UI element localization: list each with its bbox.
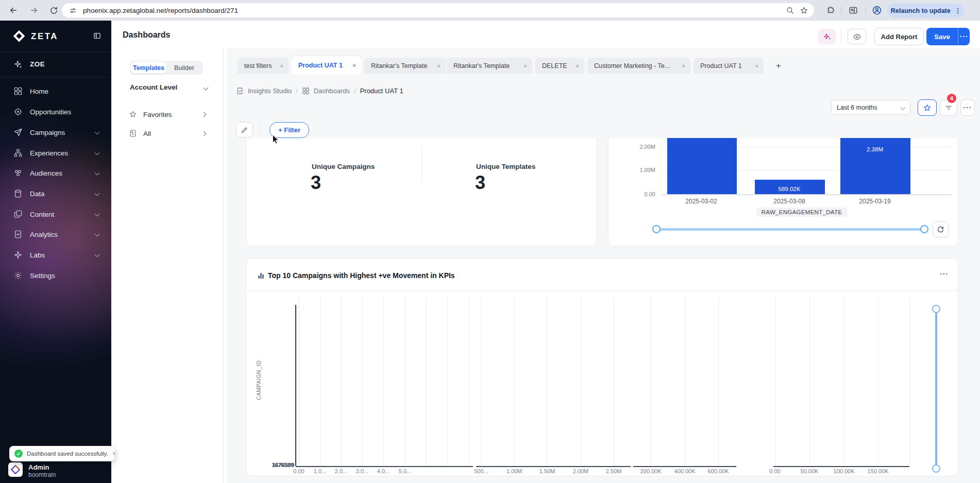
side-panel-icon[interactable] bbox=[847, 4, 859, 16]
bar-2025-03-02[interactable] bbox=[667, 138, 737, 194]
doc-tab-active[interactable]: Product UAT 1 × bbox=[292, 56, 361, 74]
card-divider bbox=[246, 290, 958, 291]
slider-handle-left[interactable] bbox=[652, 225, 661, 233]
save-more-button[interactable]: ··· bbox=[958, 28, 970, 45]
sidebar-item-analytics[interactable]: Analytics bbox=[0, 224, 111, 245]
close-icon[interactable]: × bbox=[433, 63, 441, 69]
bookmark-star-icon[interactable] bbox=[800, 6, 808, 15]
library-item-all[interactable]: All bbox=[129, 129, 151, 137]
avatar[interactable] bbox=[8, 462, 23, 477]
ellipsis-icon: ··· bbox=[960, 32, 969, 41]
chrome-divider bbox=[841, 6, 841, 14]
zoe-sparkle-icon bbox=[13, 60, 23, 69]
library-mode-toggle: Templates Builder bbox=[130, 61, 203, 75]
ai-assistant-button[interactable] bbox=[818, 29, 836, 44]
sidebar-item-label: Home bbox=[30, 88, 48, 95]
insights-doc-icon bbox=[236, 87, 244, 95]
chrome-menu-icon[interactable]: ⋮ bbox=[955, 7, 961, 14]
y-axis-line bbox=[295, 305, 296, 466]
toast-close-icon[interactable]: × bbox=[112, 450, 116, 457]
x-tick: 2.0... bbox=[335, 468, 347, 474]
y-tick: 0.00 bbox=[624, 191, 655, 197]
sidebar-item-content[interactable]: Content bbox=[0, 204, 111, 225]
sidebar-item-label: Campaigns bbox=[30, 129, 65, 136]
tab-builder[interactable]: Builder bbox=[166, 62, 202, 74]
vertical-slider-handle-top[interactable] bbox=[932, 305, 940, 313]
x-tick: 5.0... bbox=[399, 468, 411, 474]
date-range-select[interactable]: Last 6 months bbox=[831, 100, 910, 115]
add-report-button[interactable]: Add Report bbox=[874, 28, 924, 45]
kpi-label: Unique Templates bbox=[476, 163, 535, 170]
sidebar-item-label: Settings bbox=[30, 272, 55, 280]
doc-tab-label: Ritankar's Template bbox=[371, 62, 427, 70]
close-icon[interactable]: × bbox=[348, 62, 356, 68]
x-axis-title: RAW_ENGAGEMENT_DATE bbox=[756, 208, 848, 217]
sidebar-item-opportunities[interactable]: Opportunities bbox=[0, 101, 111, 122]
vertical-slider-handle-bottom[interactable] bbox=[932, 464, 940, 473]
sidebar-item-experiences[interactable]: Experiences bbox=[0, 143, 111, 163]
collapse-sidebar-icon[interactable] bbox=[93, 31, 102, 40]
sidebar-item-data[interactable]: Data bbox=[0, 183, 111, 204]
sidebar-item-label: ZOE bbox=[30, 60, 45, 68]
doc-tab[interactable]: Customer Marketing - Te... × bbox=[587, 58, 690, 74]
sidebar-item-settings[interactable]: Settings bbox=[0, 265, 111, 286]
relaunch-button[interactable]: Relaunch to update ⋮ bbox=[887, 4, 965, 18]
chart-more-button[interactable]: ··· bbox=[940, 270, 949, 278]
doc-tab-label: Ritankar's Template bbox=[453, 62, 510, 70]
sidebar-item-audiences[interactable]: Audiences bbox=[0, 163, 111, 183]
profile-icon[interactable] bbox=[871, 4, 883, 16]
brand-name: ZETA bbox=[31, 31, 58, 42]
favorite-star-button[interactable] bbox=[918, 99, 937, 116]
browser-forward-icon[interactable] bbox=[28, 4, 40, 16]
extensions-icon[interactable] bbox=[824, 4, 837, 16]
library-item-favorites[interactable]: Favorites bbox=[129, 110, 172, 118]
mouse-cursor bbox=[272, 134, 280, 145]
star-icon bbox=[923, 104, 932, 112]
dashboard-more-button[interactable]: ··· bbox=[960, 99, 975, 116]
close-icon[interactable]: × bbox=[751, 63, 758, 69]
new-tab-button[interactable]: + bbox=[772, 59, 785, 73]
chevron-down-icon bbox=[95, 170, 100, 176]
sidebar-item-labs[interactable]: Labs bbox=[0, 245, 111, 265]
user-name: Admin bbox=[28, 463, 49, 471]
brand-row: ZETA bbox=[0, 21, 111, 52]
chrome-divider bbox=[866, 6, 866, 14]
doc-tab[interactable]: DELETE × bbox=[535, 58, 584, 74]
library-item-label: All bbox=[143, 130, 151, 137]
kpi-divider bbox=[421, 147, 422, 181]
browser-reload-icon[interactable] bbox=[47, 4, 60, 16]
breadcrumb-dashboards[interactable]: Dashboards bbox=[314, 87, 350, 95]
sidebar-item-zoe[interactable]: ZOE bbox=[0, 51, 111, 77]
x-tick: 0.00 bbox=[769, 468, 780, 474]
reset-zoom-button[interactable] bbox=[933, 221, 949, 237]
tab-templates[interactable]: Templates bbox=[131, 62, 166, 74]
dashboards-grid-icon bbox=[302, 87, 310, 95]
sidebar-item-label: Analytics bbox=[30, 231, 58, 238]
sidebar-item-label: Content bbox=[30, 211, 54, 218]
save-button[interactable]: Save bbox=[926, 28, 958, 45]
doc-tab[interactable]: Product UAT 1 × bbox=[694, 58, 764, 74]
section-account-level[interactable]: Account Level bbox=[130, 83, 177, 91]
close-icon[interactable]: × bbox=[571, 63, 579, 69]
zoom-page-icon[interactable] bbox=[786, 6, 794, 14]
vertical-slider-track[interactable] bbox=[935, 309, 937, 469]
close-icon[interactable]: × bbox=[678, 63, 685, 69]
browser-back-icon[interactable] bbox=[7, 4, 20, 16]
x-tick: 1.00M bbox=[506, 468, 522, 474]
doc-tab[interactable]: Ritankar's Template × bbox=[364, 58, 446, 74]
site-info-icon[interactable] bbox=[69, 7, 77, 14]
date-range-value: Last 6 months bbox=[837, 104, 877, 111]
preview-eye-button[interactable] bbox=[848, 29, 866, 44]
close-icon[interactable]: × bbox=[276, 63, 283, 69]
sidebar-item-home[interactable]: Home bbox=[0, 81, 111, 101]
address-bar[interactable]: phoenix.app.zetaglobal.net/reports/dashb… bbox=[62, 3, 814, 18]
close-icon[interactable]: × bbox=[519, 63, 527, 69]
slider-handle-right[interactable] bbox=[920, 225, 928, 233]
edit-filters-button[interactable] bbox=[236, 122, 253, 137]
breadcrumb-insights-studio[interactable]: Insights Studio bbox=[248, 87, 292, 95]
x-tick: 100.00K bbox=[834, 468, 855, 474]
doc-tab[interactable]: Ritankar's Template × bbox=[447, 58, 532, 74]
sidebar-item-campaigns[interactable]: Campaigns bbox=[0, 122, 111, 143]
chart-range-slider-track[interactable] bbox=[656, 228, 925, 231]
doc-tab[interactable]: test filters × bbox=[238, 58, 289, 74]
